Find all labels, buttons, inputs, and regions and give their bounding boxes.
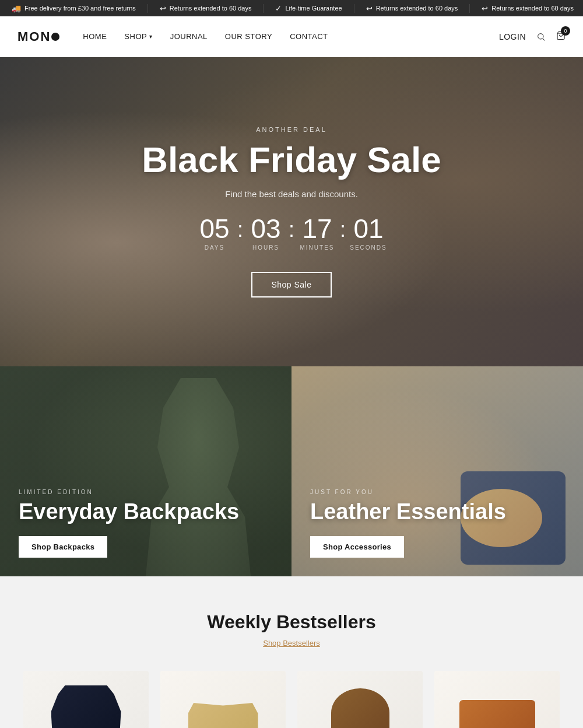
nav-item-our-story[interactable]: OUR STORY bbox=[225, 32, 272, 41]
shop-sale-button[interactable]: Shop Sale bbox=[251, 272, 331, 298]
announcement-item: 🚚 Free delivery from £30 and free return… bbox=[0, 4, 148, 13]
countdown-timer: 05 DAYS : 03 HOURS : 17 MINUTES : 01 SEC… bbox=[142, 215, 441, 251]
countdown-hours-label: HOURS bbox=[245, 244, 286, 251]
product-image-2 bbox=[160, 671, 286, 728]
product-card-2[interactable] bbox=[160, 671, 286, 728]
countdown-days-label: DAYS bbox=[194, 244, 235, 251]
returns-icon-2: ↩ bbox=[366, 4, 373, 13]
announcement-text: Returns extended to 60 days bbox=[170, 5, 252, 12]
product-card-4[interactable] bbox=[434, 671, 560, 728]
product-card-3[interactable] bbox=[297, 671, 423, 728]
announcement-text: Returns extended to 60 days bbox=[491, 5, 574, 12]
main-nav: HOME SHOP ▾ JOURNAL OUR STORY CONTACT bbox=[83, 32, 499, 41]
guarantee-icon: ✓ bbox=[275, 4, 282, 13]
accessories-panel: JUST FOR YOU Leather Essentials Shop Acc… bbox=[292, 366, 583, 576]
countdown-seconds-value: 01 bbox=[348, 215, 389, 242]
nav-item-contact[interactable]: CONTACT bbox=[290, 32, 328, 41]
hero-title: Black Friday Sale bbox=[142, 140, 441, 180]
shop-bestsellers-link[interactable]: Shop Bestsellers bbox=[263, 639, 320, 648]
chevron-down-icon: ▾ bbox=[149, 33, 153, 40]
shop-backpacks-button[interactable]: Shop Backpacks bbox=[19, 536, 107, 558]
announcement-text: Returns extended to 60 days bbox=[376, 5, 458, 12]
backpacks-title: Everyday Backpacks bbox=[19, 500, 273, 524]
svg-point-0 bbox=[538, 33, 543, 38]
announcement-text: Free delivery from £30 and free returns bbox=[24, 5, 136, 12]
shop-accessories-button[interactable]: Shop Accessories bbox=[310, 536, 404, 558]
announcement-bar: 🚚 Free delivery from £30 and free return… bbox=[0, 0, 583, 16]
site-header: MON HOME SHOP ▾ JOURNAL OUR STORY CONTAC… bbox=[0, 16, 583, 57]
backpacks-eyebrow: LIMITED EDITION bbox=[19, 489, 273, 495]
accessories-eyebrow: JUST FOR YOU bbox=[310, 489, 564, 495]
search-button[interactable] bbox=[536, 32, 546, 41]
product-image-4 bbox=[434, 671, 560, 728]
announcement-item: ↩ Returns extended to 60 days bbox=[470, 4, 583, 13]
announcement-items: 🚚 Free delivery from £30 and free return… bbox=[0, 4, 583, 13]
nav-item-shop[interactable]: SHOP ▾ bbox=[124, 32, 152, 41]
announcement-item: ✓ Life-time Guarantee bbox=[264, 4, 354, 13]
hero-subtitle: Find the best deals and discounts. bbox=[142, 189, 441, 199]
products-grid bbox=[23, 671, 560, 728]
hero-content: ANOTHER DEAL Black Friday Sale Find the … bbox=[142, 126, 441, 298]
countdown-days-value: 05 bbox=[194, 215, 235, 242]
login-button[interactable]: LOGIN bbox=[499, 32, 526, 41]
countdown-hours-value: 03 bbox=[245, 215, 286, 242]
announcement-item: ↩ Returns extended to 60 days bbox=[354, 4, 470, 13]
svg-line-1 bbox=[543, 38, 545, 41]
backpacks-panel: LIMITED EDITION Everyday Backpacks Shop … bbox=[0, 366, 292, 576]
countdown-separator-1: : bbox=[235, 218, 245, 249]
bestsellers-section: Weekly Bestsellers Shop Bestsellers bbox=[0, 576, 583, 728]
countdown-hours: 03 HOURS bbox=[245, 215, 286, 251]
header-actions: LOGIN 0 bbox=[499, 31, 566, 43]
nav-item-home[interactable]: HOME bbox=[83, 32, 107, 41]
nav-item-journal[interactable]: JOURNAL bbox=[170, 32, 208, 41]
logo-text: MON bbox=[17, 29, 51, 44]
split-section: LIMITED EDITION Everyday Backpacks Shop … bbox=[0, 366, 583, 576]
announcement-text: Life-time Guarantee bbox=[285, 5, 342, 12]
countdown-days: 05 DAYS bbox=[194, 215, 235, 251]
site-logo[interactable]: MON bbox=[17, 29, 59, 44]
countdown-separator-2: : bbox=[286, 218, 297, 249]
announcement-item: ↩ Returns extended to 60 days bbox=[148, 4, 264, 13]
product-image-1 bbox=[23, 671, 149, 728]
countdown-seconds: 01 SECONDS bbox=[348, 215, 389, 251]
logo-circle bbox=[51, 33, 59, 41]
product-image-3 bbox=[297, 671, 423, 728]
accessories-title: Leather Essentials bbox=[310, 500, 564, 524]
cart-badge: 0 bbox=[561, 26, 570, 36]
search-icon bbox=[536, 32, 546, 41]
countdown-minutes-label: MINUTES bbox=[297, 244, 338, 251]
countdown-separator-3: : bbox=[338, 218, 348, 249]
returns-icon: ↩ bbox=[160, 4, 166, 13]
returns-icon-3: ↩ bbox=[482, 4, 488, 13]
delivery-icon: 🚚 bbox=[12, 4, 21, 13]
countdown-minutes-value: 17 bbox=[297, 215, 338, 242]
countdown-minutes: 17 MINUTES bbox=[297, 215, 338, 251]
cart-button[interactable]: 0 bbox=[556, 31, 566, 43]
product-card-1[interactable] bbox=[23, 671, 149, 728]
hero-eyebrow: ANOTHER DEAL bbox=[142, 126, 441, 133]
bestsellers-title: Weekly Bestsellers bbox=[23, 611, 560, 633]
hero-section: ANOTHER DEAL Black Friday Sale Find the … bbox=[0, 57, 583, 366]
countdown-seconds-label: SECONDS bbox=[348, 244, 389, 251]
